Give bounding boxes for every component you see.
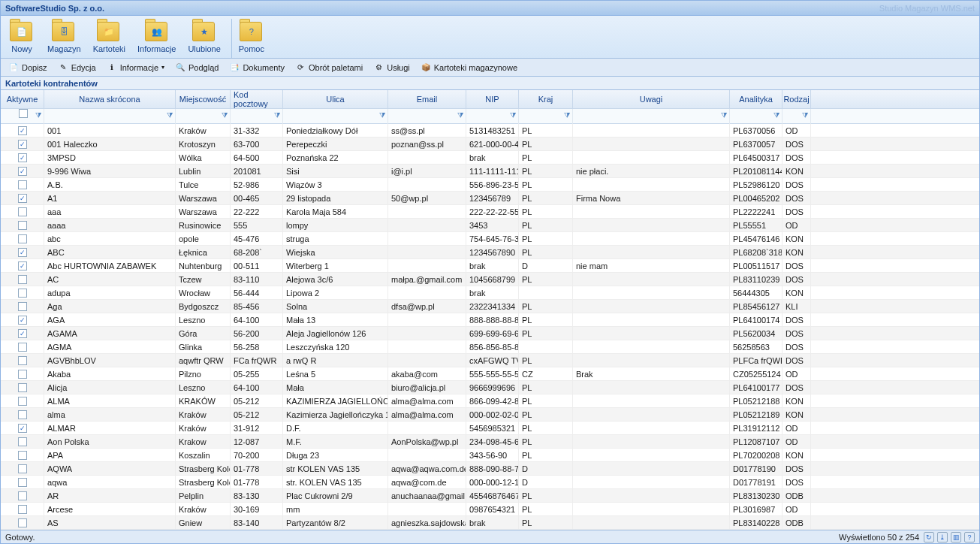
col-filter-6[interactable]: ⧩ xyxy=(466,109,519,124)
table-row[interactable]: AkabaPilzno05-255Leśna 5akaba@com555-555… xyxy=(1,367,979,381)
toolbar-dopisz-button[interactable]: 📄Dopisz xyxy=(4,61,52,74)
ribbon-ulubione-button[interactable]: ★Ulubione xyxy=(185,19,223,55)
help-icon[interactable]: ? xyxy=(964,532,975,542)
filter-icon[interactable]: ⧩ xyxy=(773,111,779,120)
table-row[interactable]: ✓AGAMAGóra56-200Aleja Jagiellonów 126699… xyxy=(1,327,979,340)
table-row[interactable]: ✓A1Warszawa00-46529 listopada50@wp.pl123… xyxy=(1,192,979,205)
filter-icon[interactable]: ⧩ xyxy=(564,111,570,120)
col-filter-8[interactable]: ⧩ xyxy=(573,109,730,124)
active-checkbox[interactable] xyxy=(18,221,27,230)
col-filter-7[interactable]: ⧩ xyxy=(519,109,573,124)
col-header-9[interactable]: Analityka xyxy=(730,90,782,108)
active-checkbox[interactable] xyxy=(18,451,27,460)
filter-icon[interactable]: ⧩ xyxy=(274,111,280,120)
table-row[interactable]: ✓ABCŁęknica68-208`Wiejska1234567890PLPL6… xyxy=(1,246,979,259)
table-row[interactable]: ✓9-996 WiwaLublin201081Sisii@i.pl111-111… xyxy=(1,165,979,178)
table-row[interactable]: ALMAKRAKÓW05-212KAZIMIERZA JAGIELLOŃCZYK… xyxy=(1,394,979,408)
table-row[interactable]: adupaWrocław56-444Lipowa 2brak56444305KO… xyxy=(1,286,979,300)
refresh-icon[interactable]: ↻ xyxy=(924,532,934,542)
table-row[interactable]: aaaaRusinowice555lompy3453PLPL55551OD xyxy=(1,219,979,232)
active-checkbox[interactable]: ✓ xyxy=(18,167,27,176)
toolbar-obrot-button[interactable]: ⟳Obrót paletami xyxy=(291,61,367,74)
active-checkbox[interactable]: ✓ xyxy=(18,316,27,325)
filter-icon[interactable]: ⧩ xyxy=(222,111,228,120)
filter-icon[interactable]: ⧩ xyxy=(510,111,516,120)
col-header-5[interactable]: Email xyxy=(388,90,466,108)
col-header-3[interactable]: Kod pocztowy xyxy=(231,90,283,108)
active-checkbox[interactable] xyxy=(18,289,27,298)
active-checkbox[interactable] xyxy=(18,410,27,419)
active-checkbox[interactable] xyxy=(18,180,27,189)
active-checkbox[interactable]: ✓ xyxy=(18,261,27,270)
active-checkbox[interactable]: ✓ xyxy=(18,153,27,162)
table-row[interactable]: ✓001 HaleczkoKrotoszyn63-700Perepeczkipo… xyxy=(1,138,979,151)
col-filter-10[interactable]: ⧩ xyxy=(782,109,811,124)
active-checkbox[interactable]: ✓ xyxy=(18,140,27,149)
table-row[interactable]: ACTczew83-110Alejowa 3c/6małpa.@gmail.co… xyxy=(1,273,979,286)
active-checkbox[interactable] xyxy=(18,207,27,216)
col-filter-4[interactable]: ⧩ xyxy=(283,109,388,124)
table-row[interactable]: ✓ALMARKraków31-912D.F.5456985321PLPL3191… xyxy=(1,422,979,435)
col-filter-2[interactable]: ⧩ xyxy=(176,109,231,124)
ribbon-pomoc-button[interactable]: ?Pomoc xyxy=(235,19,268,55)
active-checkbox[interactable] xyxy=(18,397,27,406)
col-header-0[interactable]: Aktywne xyxy=(1,90,44,108)
table-row[interactable]: AGVBhbLOVaqwftr QRWFCa frQWRa rwQ RcxAFG… xyxy=(1,354,979,367)
active-checkbox[interactable]: ✓ xyxy=(18,126,27,135)
col-header-1[interactable]: Nazwa skrócona xyxy=(44,90,176,108)
table-row[interactable]: AGMAGlinka56-258Leszczyńska 120856-856-8… xyxy=(1,340,979,354)
active-checkbox[interactable]: ✓ xyxy=(18,424,27,433)
active-checkbox[interactable] xyxy=(18,383,27,392)
ribbon-kartoteki-button[interactable]: 📁Kartoteki xyxy=(90,19,128,55)
filter-checkbox[interactable] xyxy=(19,109,28,118)
filter-icon[interactable]: ⧩ xyxy=(35,111,41,120)
toolbar-podglad-button[interactable]: 🔍Podgląd xyxy=(170,61,223,74)
filter-icon[interactable]: ⧩ xyxy=(379,111,385,120)
active-checkbox[interactable]: ✓ xyxy=(18,194,27,203)
filter-icon[interactable]: ⧩ xyxy=(802,111,808,120)
table-row[interactable]: ArceseKraków30-169mm0987654321PLPL301698… xyxy=(1,503,979,516)
active-checkbox[interactable] xyxy=(18,437,27,446)
active-checkbox[interactable] xyxy=(18,356,27,365)
table-row[interactable]: aqwaStrasberg Koloni01-778str. KOLEN VAS… xyxy=(1,476,979,489)
table-row[interactable]: almaKraków05-212Kazimierza Jagiellończyk… xyxy=(1,408,979,422)
active-checkbox[interactable] xyxy=(18,518,27,527)
table-row[interactable]: Aon PolskaKrakow12-087M.F.AonPolska@wp.p… xyxy=(1,435,979,449)
active-checkbox[interactable] xyxy=(18,302,27,311)
export-icon[interactable]: ⤓ xyxy=(937,532,948,542)
col-header-2[interactable]: Miejscowość xyxy=(176,90,231,108)
table-row[interactable]: ✓001Kraków31-332Poniedziałkowy Dółss@ss.… xyxy=(1,124,979,138)
table-row[interactable]: A.B.Tulce52-986Wiązów 3556-896-23-51PLPL… xyxy=(1,178,979,192)
col-filter-1[interactable]: ⧩ xyxy=(44,109,176,124)
active-checkbox[interactable] xyxy=(18,464,27,473)
filter-icon[interactable]: ⧩ xyxy=(457,111,463,120)
col-header-8[interactable]: Uwagi xyxy=(573,90,730,108)
active-checkbox[interactable] xyxy=(18,491,27,500)
table-row[interactable]: aaaWarszawa22-222Karola Maja 584222-22-2… xyxy=(1,205,979,219)
table-row[interactable]: AQWAStrasberg Kolo…01-778str KOLEN VAS 1… xyxy=(1,462,979,476)
active-checkbox[interactable] xyxy=(18,275,27,284)
col-header-10[interactable]: Rodzaj xyxy=(782,90,811,108)
table-row[interactable]: ✓3MPSDWólka64-500Poznańska 22brakPLPL645… xyxy=(1,151,979,165)
ribbon-informacje-button[interactable]: 👥Informacje xyxy=(134,19,179,55)
table-row[interactable]: ASGniew83-140Partyzantów 8/2agnieszka.sa… xyxy=(1,516,979,530)
table-row[interactable]: ✓Abc HURTOWNIA ZABAWEKNuhtenburg00-511Wi… xyxy=(1,259,979,273)
toolbar-informacje-button[interactable]: ℹInformacje▾ xyxy=(102,61,169,74)
active-checkbox[interactable] xyxy=(18,343,27,352)
active-checkbox[interactable]: ✓ xyxy=(18,248,27,257)
toolbar-uslugi-button[interactable]: ⚙Usługi xyxy=(369,61,415,74)
columns-icon[interactable]: ▥ xyxy=(951,532,961,542)
table-row[interactable]: AlicjaLeszno64-100Małabiuro@alicja.pl966… xyxy=(1,381,979,394)
col-header-6[interactable]: NIP xyxy=(466,90,519,108)
col-header-4[interactable]: Ulica xyxy=(283,90,388,108)
col-filter-9[interactable]: ⧩ xyxy=(730,109,782,124)
col-filter-0[interactable]: ⧩ xyxy=(1,109,44,124)
table-row[interactable]: AgaBydgoszcz85-456Solnadfsa@wp.pl2322341… xyxy=(1,300,979,313)
active-checkbox[interactable] xyxy=(18,505,27,514)
grid-body[interactable]: ✓001Kraków31-332Poniedziałkowy Dółss@ss.… xyxy=(1,124,979,530)
active-checkbox[interactable] xyxy=(18,234,27,243)
active-checkbox[interactable] xyxy=(18,370,27,379)
col-header-7[interactable]: Kraj xyxy=(519,90,573,108)
toolbar-kartmag-button[interactable]: 📦Kartoteki magazynowe xyxy=(416,61,522,74)
active-checkbox[interactable] xyxy=(18,478,27,487)
